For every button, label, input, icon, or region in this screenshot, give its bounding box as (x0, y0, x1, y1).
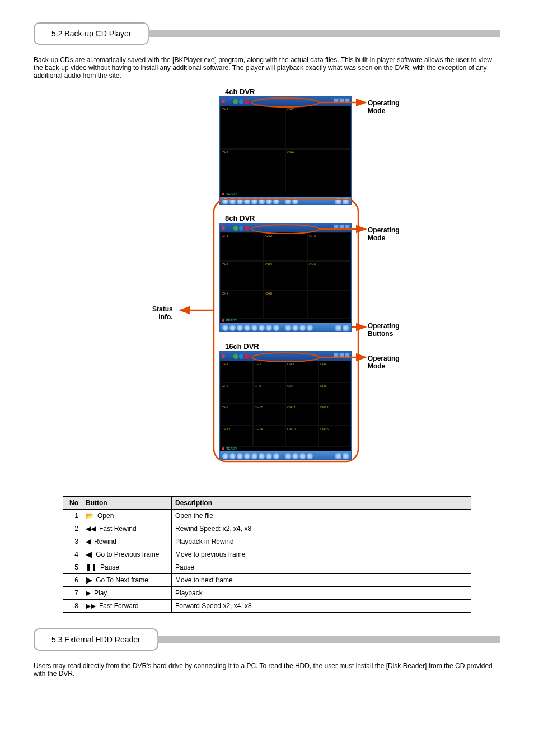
anno-operating-mode-1: OperatingMode (368, 100, 400, 115)
cell-no: 1 (63, 510, 82, 522)
button-label: Rewind (94, 538, 116, 545)
th-no: No (63, 497, 82, 510)
shot3-label: 16ch DVR (225, 342, 259, 351)
table-row: 4◀|Go to Previous frameMove to previous … (63, 548, 471, 561)
cell-desc: Playback in Rewind (172, 535, 471, 548)
shot1-label: 4ch DVR (225, 87, 255, 96)
play-icon: ▶ (86, 589, 91, 597)
cell-button: ❚❚Pause (82, 561, 172, 574)
button-label: Go to Previous frame (96, 550, 159, 558)
cell-button: ▶▶Fast Forward (82, 600, 172, 613)
anno-operating-mode-3: OperatingMode (368, 355, 400, 371)
cell-desc: Rewind Speed: x2, x4, x8 (172, 522, 471, 535)
table-row: 1📂OpenOpen the file (63, 510, 471, 522)
pause-icon: ❚❚ (86, 563, 97, 571)
cell-no: 3 (63, 535, 82, 548)
button-label: Fast Forward (99, 602, 139, 610)
section-header-5-3: 5.3 External HDD Reader (34, 628, 500, 651)
cell-no: 6 (63, 574, 82, 587)
section-header-5-2: 5.2 Back-up CD Player (34, 22, 500, 45)
anno-operating-mode-2: OperatingMode (368, 227, 400, 242)
cell-no: 5 (63, 561, 82, 574)
shot-8ch: CH1 CH2 CH3 CH4 CH5 CH6 CH7 CH8 READY (219, 223, 352, 332)
cell-desc: Move to previous frame (172, 548, 471, 561)
cell-desc: Pause (172, 561, 471, 574)
cell-button: |▶Go To Next frame (82, 574, 172, 587)
cell-desc: Forward Speed x2, x4, x8 (172, 600, 471, 613)
section-rule (157, 636, 500, 643)
mode-pill (239, 99, 243, 104)
cell-no: 4 (63, 548, 82, 561)
section-rule (148, 30, 500, 37)
next-frame-icon: |▶ (86, 576, 92, 584)
buttons-table: No Button Description 1📂OpenOpen the fil… (63, 496, 471, 613)
anno-status-info: StatusInfo. (152, 306, 173, 321)
shot-16ch: CH1 CH2 CH3 CH4 CH5 CH6 CH7 CH8 CH9 CH10… (219, 351, 352, 460)
outro-text: Users may read directly from the DVR's h… (34, 662, 500, 678)
shot2-label: 8ch DVR (225, 214, 255, 222)
table-row: 6|▶Go To Next frameMove to next frame (63, 574, 471, 587)
cell-no: 2 (63, 522, 82, 535)
th-button: Button (82, 497, 172, 510)
section-title-5-3: 5.3 External HDD Reader (34, 628, 158, 651)
cell-button: ◀Rewind (82, 535, 172, 548)
rec-indicator-icon (222, 226, 225, 230)
intro-text: Back-up CDs are automatically saved with… (34, 56, 500, 80)
table-row: 5❚❚PausePause (63, 561, 471, 574)
button-label: Pause (100, 563, 119, 571)
button-label: Go To Next frame (96, 576, 148, 584)
folder-open-icon: 📂 (86, 512, 94, 520)
window-controls (334, 98, 350, 103)
table-row: 3◀RewindPlayback in Rewind (63, 535, 471, 548)
mode-pill (245, 99, 249, 104)
cell-desc: Open the file (172, 510, 471, 522)
prev-frame-icon: ◀| (86, 550, 92, 558)
th-desc: Description (172, 497, 471, 510)
fast-rewind-icon: ◀◀ (86, 525, 96, 533)
cell-desc: Move to next frame (172, 574, 471, 587)
shot-4ch: CH1 CH2 CH3 CH4 READY (219, 96, 352, 205)
button-label: Fast Rewind (99, 525, 137, 533)
rec-indicator-icon (222, 354, 225, 358)
section-title-5-2: 5.2 Back-up CD Player (34, 22, 149, 45)
cell-no: 8 (63, 600, 82, 613)
cell-no: 7 (63, 587, 82, 600)
button-label: Open (97, 512, 114, 520)
fast-forward-icon: ▶▶ (86, 602, 96, 610)
table-row: 7▶PlayPlayback (63, 587, 471, 600)
cell-desc: Playback (172, 587, 471, 600)
mode-pill (233, 99, 238, 104)
cell-button: ◀◀Fast Rewind (82, 522, 172, 535)
cell-button: ▶Play (82, 587, 172, 600)
rewind-icon: ◀ (86, 538, 91, 545)
anno-operating-buttons: OperatingButtons (368, 323, 400, 338)
cell-button: 📂Open (82, 510, 172, 522)
table-row: 2◀◀Fast RewindRewind Speed: x2, x4, x8 (63, 522, 471, 535)
table-row: 8▶▶Fast ForwardForward Speed x2, x4, x8 (63, 600, 471, 613)
button-label: Play (94, 589, 107, 597)
rec-indicator-icon (222, 100, 225, 103)
dvr-figure: OperatingMode OperatingMode OperatingBut… (121, 87, 413, 479)
cell-button: ◀|Go to Previous frame (82, 548, 172, 561)
mode-pill-group (233, 99, 249, 104)
